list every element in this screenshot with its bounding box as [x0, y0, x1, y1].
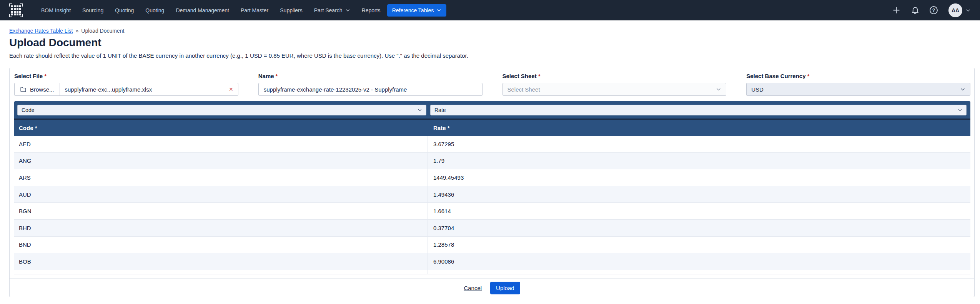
app-logo-grid-icon[interactable]	[9, 3, 23, 17]
nav-menu-item-label: Part Search	[314, 7, 343, 13]
nav-menu-item-label: BOM Insight	[41, 7, 71, 13]
clear-file-icon[interactable]: ✕	[224, 86, 238, 92]
select-sheet-field: Select Sheet* Select Sheet	[502, 73, 727, 96]
name-input[interactable]	[258, 83, 483, 96]
code-cell: ARS	[14, 169, 428, 186]
rate-column-mapping-dropdown[interactable]: Rate	[430, 105, 967, 115]
nav-menu-item-label: Part Master	[241, 7, 268, 13]
card-footer: Cancel Upload	[10, 278, 974, 297]
label-text: Select Base Currency	[746, 73, 805, 79]
table-header-row: Code * Rate *	[14, 120, 970, 136]
code-cell: BHD	[14, 220, 428, 236]
base-currency-value: USD	[751, 86, 764, 93]
select-file-field: Select File* Browse... supplyframe-exc..…	[14, 73, 238, 96]
browse-button-label: Browse...	[30, 86, 54, 93]
base-currency-dropdown[interactable]: USD	[746, 83, 970, 96]
label-text: Select Sheet	[502, 73, 537, 79]
profile-chevron-down-icon[interactable]	[965, 8, 971, 13]
rate-cell: 0.37704	[428, 220, 970, 236]
select-file-label: Select File*	[14, 73, 238, 79]
name-label: Name*	[258, 73, 483, 79]
nav-menu-item-label: Quoting	[115, 7, 134, 13]
nav-menu-item[interactable]: Part Master	[236, 4, 273, 17]
required-asterisk: *	[538, 73, 541, 79]
chevron-down-icon	[345, 8, 350, 13]
rate-cell	[428, 270, 970, 274]
required-asterisk: *	[44, 73, 47, 79]
cancel-button[interactable]: Cancel	[464, 285, 482, 291]
table-row: BND 1.28578	[14, 237, 970, 254]
rate-column-header: Rate *	[428, 125, 970, 131]
table-row: AED 3.67295	[14, 136, 970, 153]
chevron-down-icon	[958, 108, 962, 112]
browse-button[interactable]: Browse...	[15, 83, 60, 95]
help-icon[interactable]: ?	[930, 6, 938, 14]
nav-menu-item[interactable]: Reference Tables	[387, 4, 447, 17]
breadcrumb-current: Upload Document	[81, 28, 124, 34]
nav-menu-item-label: Reference Tables	[392, 7, 434, 13]
nav-menu-item[interactable]: Quoting	[140, 4, 169, 17]
base-currency-label: Select Base Currency*	[746, 73, 970, 79]
required-asterisk: *	[276, 73, 278, 79]
upload-button[interactable]: Upload	[490, 282, 520, 294]
select-sheet-label: Select Sheet*	[502, 73, 727, 79]
rate-cell: 1.79	[428, 153, 970, 169]
user-avatar[interactable]: AA	[948, 3, 962, 17]
code-mapping-cell: Code	[14, 105, 428, 115]
breadcrumb-separator: »	[76, 28, 79, 34]
table-row: ARS 1449.45493	[14, 169, 970, 186]
nav-menu-item[interactable]: Part Search	[309, 4, 355, 17]
page-title: Upload Document	[9, 37, 101, 49]
nav-menu-item[interactable]: Demand Management	[171, 4, 234, 17]
column-mapping-band: Code Rate	[14, 101, 970, 119]
nav-menu-item-label: Sourcing	[82, 7, 103, 13]
table-body[interactable]: AED 3.67295 ANG 1.79 ARS 1449.45493	[14, 136, 970, 274]
nav-menu-item-label: Quoting	[145, 7, 164, 13]
table-row: BHD 0.37704	[14, 220, 970, 237]
top-navigation-bar: BOM Insight Sourcing Quoting Quo	[0, 0, 980, 20]
required-asterisk: *	[807, 73, 810, 79]
rate-cell: 1.49436	[428, 186, 970, 203]
nav-menu-item-label: Reports	[362, 7, 381, 13]
logo-corner	[9, 14, 12, 17]
file-input[interactable]: Browse... supplyframe-exc...upplyframe.x…	[14, 83, 238, 96]
exchange-rates-table: Code Rate Code * Rate *	[14, 101, 970, 274]
notifications-bell-icon[interactable]	[911, 6, 920, 15]
code-cell: AED	[14, 136, 428, 152]
label-text: Name	[258, 73, 274, 79]
table-row: AUD 1.49436	[14, 186, 970, 203]
code-cell: BGN	[14, 203, 428, 219]
breadcrumb-link[interactable]: Exchange Rates Table List	[9, 28, 73, 34]
table-row: BOB 6.90086	[14, 253, 970, 270]
nav-menu: BOM Insight Sourcing Quoting Quo	[36, 4, 446, 17]
label-text: Select File	[14, 73, 43, 79]
nav-right-actions: ? AA	[882, 3, 971, 17]
code-mapping-value: Code	[22, 107, 34, 113]
chevron-down-icon	[436, 8, 441, 13]
upload-form: Select File* Browse... supplyframe-exc..…	[14, 73, 970, 96]
table-row: ANG 1.79	[14, 153, 970, 170]
code-column-mapping-dropdown[interactable]: Code	[17, 105, 426, 115]
breadcrumb: Exchange Rates Table List » Upload Docum…	[9, 28, 124, 34]
code-cell: BOB	[14, 253, 428, 270]
code-cell: BND	[14, 237, 428, 253]
table-rows: AED 3.67295 ANG 1.79 ARS 1449.45493	[14, 136, 970, 270]
upload-document-card: Select File* Browse... supplyframe-exc..…	[9, 68, 975, 297]
code-column-header: Code *	[14, 125, 428, 131]
nav-menu-item[interactable]: BOM Insight	[36, 4, 76, 17]
create-plus-icon[interactable]	[892, 6, 901, 15]
nav-menu-item[interactable]: Sourcing	[77, 4, 108, 17]
code-cell: ANG	[14, 153, 428, 169]
select-sheet-dropdown[interactable]: Select Sheet	[502, 83, 727, 96]
rate-cell: 6.90086	[428, 253, 970, 270]
nav-menu-item[interactable]: Reports	[357, 4, 386, 17]
logo-corner	[9, 3, 12, 7]
code-cell: AUD	[14, 186, 428, 203]
logo-corner	[20, 3, 23, 7]
nav-menu-item[interactable]: Quoting	[110, 4, 139, 17]
logo-corner	[20, 14, 23, 17]
table-row: BGN 1.6614	[14, 203, 970, 220]
rate-cell: 1.6614	[428, 203, 970, 219]
table-row-clipped	[14, 270, 970, 274]
nav-menu-item[interactable]: Suppliers	[275, 4, 307, 17]
